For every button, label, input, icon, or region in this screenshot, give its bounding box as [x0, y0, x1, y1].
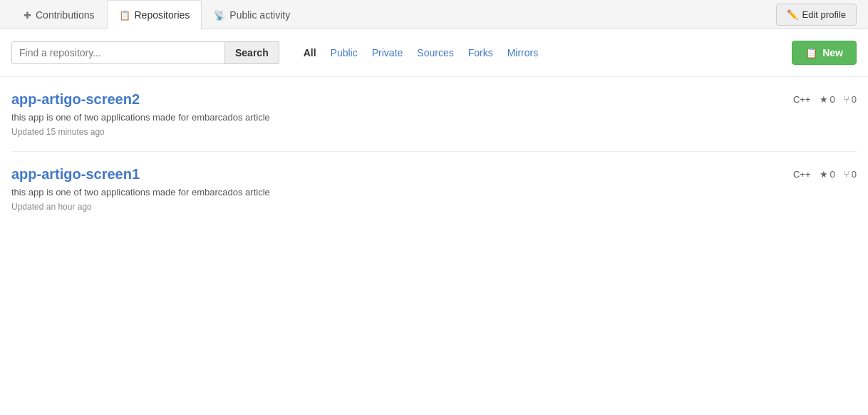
repo-forks-count: 0 [852, 94, 857, 105]
new-repo-label: New [822, 47, 843, 58]
repo-meta: C++ ★ 0 ⑂ 0 [793, 169, 857, 180]
filter-links: All Public Private Sources Forks Mirrors [296, 43, 546, 63]
repo-forks-count: 0 [852, 169, 857, 180]
repo-top: app-artigo-screen2 C++ ★ 0 ⑂ 0 [11, 91, 857, 108]
fork-icon: ⑂ [844, 169, 849, 180]
repo-name-link[interactable]: app-artigo-screen1 [11, 166, 140, 183]
table-row: app-artigo-screen1 C++ ★ 0 ⑂ 0 this app … [11, 152, 857, 226]
search-button-label: Search [235, 47, 269, 58]
new-repo-icon: 📋 [805, 47, 817, 58]
tab-contributions-label: Contributions [36, 9, 95, 21]
repo-forks: ⑂ 0 [844, 169, 857, 180]
repo-stars-count: 0 [830, 94, 835, 105]
fork-icon: ⑂ [844, 94, 849, 105]
repositories-icon: 📋 [119, 10, 130, 21]
tab-contributions[interactable]: ✚ Contributions [11, 0, 107, 29]
filter-public[interactable]: Public [324, 43, 365, 63]
repo-stars: ★ 0 [820, 169, 835, 180]
contributions-icon: ✚ [24, 10, 31, 21]
filter-forks[interactable]: Forks [461, 43, 500, 63]
search-button[interactable]: Search [225, 41, 279, 64]
repo-stars: ★ 0 [820, 94, 835, 105]
table-row: app-artigo-screen2 C++ ★ 0 ⑂ 0 this app … [11, 77, 857, 152]
repo-description: this app is one of two applications made… [11, 187, 857, 198]
repo-language: C++ [793, 169, 811, 180]
repo-updated: Updated 15 minutes ago [11, 127, 857, 137]
repo-top: app-artigo-screen1 C++ ★ 0 ⑂ 0 [11, 166, 857, 183]
new-repo-button[interactable]: 📋 New [792, 41, 857, 65]
edit-profile-label: Edit profile [802, 9, 846, 20]
repo-meta: C++ ★ 0 ⑂ 0 [793, 94, 857, 105]
filter-sources[interactable]: Sources [410, 43, 460, 63]
filter-mirrors[interactable]: Mirrors [500, 43, 546, 63]
repo-name-link[interactable]: app-artigo-screen2 [11, 91, 140, 108]
repo-updated: Updated an hour ago [11, 202, 857, 212]
search-input[interactable] [11, 41, 225, 64]
repo-language: C++ [793, 94, 811, 105]
star-icon: ★ [820, 169, 828, 180]
tab-repositories-label: Repositories [135, 9, 190, 21]
pencil-icon: ✏️ [787, 9, 798, 20]
tab-repositories[interactable]: 📋 Repositories [107, 0, 202, 29]
edit-profile-button[interactable]: ✏️ Edit profile [776, 4, 857, 26]
public-activity-icon: 📡 [214, 10, 225, 21]
repo-stars-count: 0 [830, 169, 835, 180]
filter-private[interactable]: Private [365, 43, 410, 63]
repo-forks: ⑂ 0 [844, 94, 857, 105]
filter-bar: Search All Public Private Sources Forks … [0, 29, 868, 77]
tab-public-activity[interactable]: 📡 Public activity [202, 0, 302, 29]
tabs-bar: ✚ Contributions 📋 Repositories 📡 Public … [0, 0, 868, 29]
repo-list: app-artigo-screen2 C++ ★ 0 ⑂ 0 this app … [0, 77, 868, 226]
repo-description: this app is one of two applications made… [11, 112, 857, 123]
star-icon: ★ [820, 94, 828, 105]
tab-public-activity-label: Public activity [229, 9, 290, 21]
filter-all[interactable]: All [296, 43, 324, 63]
